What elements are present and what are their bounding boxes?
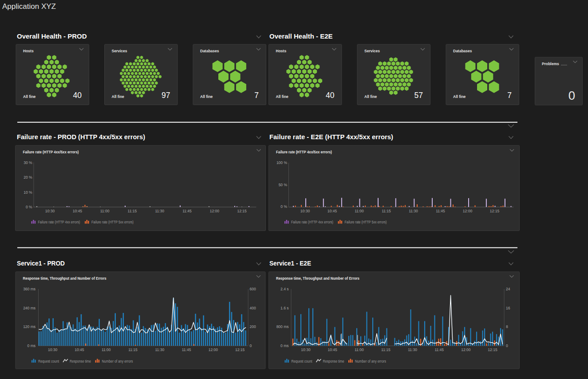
svg-text:16: 16 [506,306,510,310]
svg-text:11:30: 11:30 [409,209,418,213]
svg-text:11:00: 11:00 [355,209,364,213]
svg-text:12:15: 12:15 [488,348,497,352]
svg-text:10:45: 10:45 [328,209,337,213]
svg-text:0 ms: 0 ms [280,344,288,348]
svg-text:24: 24 [506,287,510,291]
svg-text:Failure rate (HTTP 4xx/5xx err: Failure rate (HTTP 4xx/5xx errors) [23,149,79,154]
svg-text:240 ms: 240 ms [23,306,36,310]
svg-text:10:45: 10:45 [328,348,337,352]
svg-text:Services: Services [112,49,127,53]
svg-text:50 %: 50 % [279,183,288,187]
svg-text:All fine: All fine [200,94,213,99]
svg-text:0: 0 [506,344,508,348]
svg-text:All fine: All fine [112,94,125,99]
svg-text:12:00: 12:00 [461,348,471,352]
svg-text:10:30: 10:30 [45,209,55,213]
svg-text:Number of any errors: Number of any errors [102,359,133,363]
svg-text:11:30: 11:30 [155,348,164,352]
svg-text:11:15: 11:15 [128,348,138,352]
svg-text:Problems: Problems [542,62,559,66]
svg-text:0 %: 0 % [280,204,287,209]
svg-text:8: 8 [506,324,508,329]
svg-text:10:30: 10:30 [48,348,58,352]
svg-text:Failure rate - PROD (HTTP 4xx/: Failure rate - PROD (HTTP 4xx/5xx errors… [17,133,145,141]
svg-text:Request count: Request count [38,359,59,363]
svg-text:Failure rate (HTTP 4xx errors): Failure rate (HTTP 4xx errors) [291,220,333,224]
svg-text:Failure rate (HTTP 5xx errors): Failure rate (HTTP 5xx errors) [345,220,387,224]
svg-text:All fine: All fine [453,94,466,99]
svg-text:100 %: 100 % [276,160,288,165]
svg-text:Hosts: Hosts [23,49,34,53]
svg-text:2.4 s: 2.4 s [280,287,288,291]
svg-text:Databases: Databases [200,49,219,53]
svg-text:12:15: 12:15 [237,209,247,213]
svg-text:Failure rate (HTTP 4xx/5xx err: Failure rate (HTTP 4xx/5xx errors) [276,149,332,154]
svg-text:360 ms: 360 ms [23,287,36,291]
svg-text:11:00: 11:00 [102,348,111,352]
svg-text:11:15: 11:15 [382,209,391,213]
svg-text:10 %: 10 % [24,190,32,195]
svg-text:11:30: 11:30 [408,348,417,352]
svg-text:Failure rate - E2E (HTTP 4xx/5: Failure rate - E2E (HTTP 4xx/5xx errors) [269,133,393,141]
svg-text:11:15: 11:15 [381,348,391,352]
svg-text:Overall Health - PROD: Overall Health - PROD [17,32,87,40]
svg-text:120 ms: 120 ms [23,324,36,329]
svg-text:12:00: 12:00 [210,209,220,213]
svg-text:12:00: 12:00 [463,209,473,213]
svg-text:40: 40 [326,91,335,100]
svg-text:All fine: All fine [364,94,377,99]
svg-text:11:00: 11:00 [100,209,110,213]
svg-text:7: 7 [254,91,259,100]
svg-text:0 ms: 0 ms [28,344,36,348]
svg-text:40: 40 [73,91,82,100]
svg-text:Overall Health - E2E: Overall Health - E2E [269,32,333,40]
svg-text:57: 57 [414,91,423,100]
svg-text:11:45: 11:45 [182,348,191,352]
svg-text:0: 0 [568,89,575,102]
svg-text:11:00: 11:00 [355,348,364,352]
svg-text:10:30: 10:30 [300,209,310,213]
svg-text:10:30: 10:30 [301,348,311,352]
svg-text:Services: Services [364,49,380,53]
svg-text:20 %: 20 % [24,175,32,180]
svg-text:Response time, Throughput and: Response time, Throughput and Number of … [23,276,107,281]
svg-text:Hosts: Hosts [276,49,287,53]
svg-text:Service1 - E2E: Service1 - E2E [269,259,311,267]
svg-text:Application XYZ: Application XYZ [2,2,56,11]
svg-text:7: 7 [507,91,512,100]
svg-text:0: 0 [250,344,252,348]
svg-text:Failure rate (HTTP 5xx errors): Failure rate (HTTP 5xx errors) [91,220,134,224]
svg-text:11:15: 11:15 [128,209,137,213]
svg-text:11:30: 11:30 [155,209,164,213]
svg-text:Response time: Response time [70,359,91,363]
svg-text:11:45: 11:45 [182,209,192,213]
svg-text:200: 200 [250,324,256,329]
svg-text:11:45: 11:45 [434,348,444,352]
svg-text:400: 400 [250,306,256,310]
svg-text:97: 97 [162,91,170,100]
svg-text:Response time: Response time [323,359,344,363]
svg-text:Response time, Throughput and: Response time, Throughput and Number of … [276,276,359,281]
svg-text:Service1 - PROD: Service1 - PROD [17,259,65,267]
svg-text:Failure rate (HTTP 4xx errors): Failure rate (HTTP 4xx errors) [38,220,80,224]
svg-text:Request count: Request count [292,359,313,363]
svg-text:600: 600 [250,287,256,291]
svg-text:11:45: 11:45 [436,209,445,213]
svg-text:0 %: 0 % [26,205,32,209]
svg-text:800 ms: 800 ms [276,324,289,329]
svg-text:10:45: 10:45 [75,348,84,352]
svg-text:Databases: Databases [453,49,472,53]
svg-text:1.6 s: 1.6 s [280,306,288,310]
svg-text:12:15: 12:15 [235,348,245,352]
svg-text:Number of any errors: Number of any errors [355,359,386,363]
svg-text:30 %: 30 % [24,160,32,165]
svg-text:10:45: 10:45 [73,209,83,213]
svg-text:All fine: All fine [276,94,289,99]
svg-text:12:00: 12:00 [209,348,218,352]
svg-text:All fine: All fine [23,94,36,99]
svg-text:12:15: 12:15 [490,209,500,213]
